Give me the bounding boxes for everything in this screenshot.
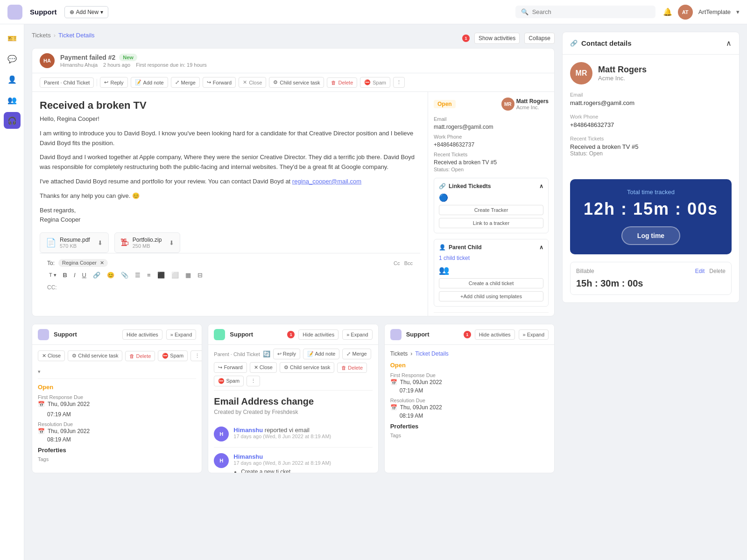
more-button[interactable]: ⋮	[393, 77, 405, 88]
b2-forward-btn[interactable]: ↪ Forward	[214, 362, 247, 373]
close-button[interactable]: ✕ Close	[239, 77, 266, 88]
collapse-linked-icon[interactable]: ∧	[539, 183, 543, 189]
bottom-panel-1: Support Hide activities » Expand ✕ Close…	[32, 324, 202, 473]
remove-contact-icon[interactable]: ✕	[100, 260, 104, 266]
b1-delete-btn[interactable]: 🗑 Delete	[125, 351, 155, 361]
b2-merge-btn[interactable]: ⤢ Merge	[342, 349, 371, 359]
b1-child-btn[interactable]: ⚙ Child service task	[68, 350, 122, 361]
b1-tags-label: Tags	[38, 456, 196, 462]
ol-btn[interactable]: ≡	[145, 271, 153, 280]
b2-more-btn[interactable]: ⋮	[247, 376, 260, 386]
sidebar-item-groups[interactable]: 👥	[4, 91, 21, 108]
reply-button[interactable]: ↩ Reply	[100, 77, 127, 88]
align-right-btn[interactable]: ▦	[183, 271, 193, 280]
right-panel-title: Contact details	[581, 39, 632, 47]
show-activities-button[interactable]: Show activities	[474, 33, 520, 44]
log-time-button[interactable]: Log time	[621, 226, 680, 245]
forward-button[interactable]: ↪ Forward	[203, 77, 236, 88]
italic-btn[interactable]: I	[72, 271, 78, 280]
billable-edit-button[interactable]: Edit	[695, 268, 705, 274]
b1-res-date: 📅 Thu, 09Jun 2022	[38, 428, 196, 434]
breadcrumb-tickets[interactable]: Tickets	[32, 32, 51, 39]
attachment-btn[interactable]: 📎	[119, 271, 130, 280]
bottom-expand-1[interactable]: » Expand	[166, 329, 196, 340]
spam-button[interactable]: ⛔ Spam	[360, 77, 390, 88]
notification-badge: 1	[462, 35, 470, 42]
add-new-button[interactable]: ⊕ Add New ▾	[64, 6, 109, 18]
add-note-button[interactable]: 📝 Add note	[131, 77, 168, 88]
ticket-badge: New	[119, 54, 137, 61]
parent-child-button[interactable]: Parent · Child Ticket	[40, 77, 94, 88]
b2-close-btn[interactable]: ✕ Close	[250, 362, 277, 373]
b1-collapse-row[interactable]: ▾	[38, 365, 196, 379]
add-child-template-button[interactable]: +Add child using templates	[439, 291, 543, 301]
ticket-time: 2 hours ago	[103, 62, 130, 68]
link-btn[interactable]: 🔗	[91, 271, 102, 280]
time-logs-row[interactable]: 🕐 Time Logs ∧	[434, 312, 549, 316]
create-child-ticket-button[interactable]: Create a child ticket	[439, 278, 543, 288]
phone-group: Work Phone +848648632737	[570, 114, 732, 128]
indent-btn[interactable]: ⊟	[196, 271, 204, 280]
b1-close-btn[interactable]: ✕ Close	[38, 350, 65, 361]
user-chevron-icon[interactable]: ▾	[736, 8, 740, 15]
link-tracker-button[interactable]: Link to a tracker	[439, 218, 543, 228]
delete-button[interactable]: 🗑 Delete	[327, 77, 357, 88]
b2-refresh-icon[interactable]: 🔄	[263, 350, 270, 357]
sidebar-item-tickets[interactable]: 🎫	[4, 30, 21, 47]
b2-addnote-btn[interactable]: 📝 Add note	[303, 349, 340, 359]
body-line-5: Thanks for any help you can give. 😊	[40, 191, 420, 201]
bottom-expand-2[interactable]: » Expand	[342, 329, 372, 340]
email-link[interactable]: regina_cooper@mail.com	[292, 178, 361, 185]
download-icon-1[interactable]: ⬇	[98, 239, 103, 246]
b1-spam-btn[interactable]: ⛔ Spam	[158, 350, 188, 361]
reporter-avatar-2: H	[214, 453, 229, 468]
parent-child-header: 👤 Parent Child ∧	[439, 244, 543, 251]
sidebar-item-support[interactable]: 🎧	[4, 112, 21, 129]
create-tracker-button[interactable]: Create Tracker	[439, 205, 543, 215]
text-style-btn[interactable]: T ▾	[47, 271, 58, 279]
b2-delete-btn[interactable]: 🗑 Delete	[337, 363, 367, 373]
b1-res-time: 08:19 AM	[47, 436, 196, 443]
cc-bcc-toggle[interactable]: Cc Bcc	[394, 260, 413, 266]
align-center-btn[interactable]: ⬜	[169, 271, 181, 280]
ul-btn[interactable]: ☰	[133, 271, 142, 280]
collapse-right-icon[interactable]: ∧	[726, 39, 732, 48]
bold-btn[interactable]: B	[61, 271, 69, 280]
b2-spam-btn[interactable]: ⛔ Spam	[214, 376, 244, 386]
sidebar-item-chat[interactable]: 💬	[4, 50, 21, 67]
download-icon-2[interactable]: ⬇	[169, 239, 174, 246]
underline-btn[interactable]: U	[80, 271, 88, 280]
collapse-button[interactable]: Collapse	[524, 33, 555, 44]
breadcrumb-current[interactable]: Ticket Details	[58, 32, 95, 39]
contact-email-mini: matt.rogers@gamil.com	[434, 124, 549, 130]
note-icon: 📝	[135, 79, 141, 85]
billable-delete-button[interactable]: Delete	[709, 268, 726, 274]
notification-bell[interactable]: 🔔	[663, 7, 672, 16]
b2-child-btn[interactable]: ⚙ Child service task	[280, 362, 334, 373]
emoji-btn[interactable]: 😊	[105, 271, 116, 280]
bottom-expand-3[interactable]: » Expand	[519, 329, 549, 340]
contact-header: MR Matt Rogers Acme Inc.	[570, 62, 732, 84]
ticket-actions: Parent · Child Ticket ↩ Reply 📝 Add note…	[32, 73, 554, 92]
b3-first-resp-date: 📅 Thu, 09Jun 2022	[390, 379, 549, 385]
collapse-pc-icon[interactable]: ∧	[539, 244, 543, 251]
search-input[interactable]	[532, 8, 650, 15]
child-ticket-link[interactable]: 1 child ticket	[439, 255, 470, 261]
b3-cal-icon: 📅	[390, 379, 397, 385]
sidebar-item-contacts[interactable]: 👤	[4, 71, 21, 88]
search-bar[interactable]: 🔍	[515, 6, 655, 18]
ticket-content: Hello, Regina Cooper! I am writing to in…	[40, 114, 420, 225]
attachment-1-size: 570 KB	[60, 243, 90, 249]
merge-button[interactable]: ⤢ Merge	[171, 77, 200, 88]
b3-first-time: 07:19 AM	[400, 387, 549, 394]
b2-reply-btn[interactable]: ↩ Reply	[273, 349, 300, 359]
bottom-topbar-1: Support Hide activities » Expand	[32, 324, 202, 345]
bottom-hide-activities-1[interactable]: Hide activities	[122, 329, 162, 340]
child-service-task-button[interactable]: ⚙ Child service task	[269, 77, 324, 88]
bottom-hide-activities-3[interactable]: Hide activities	[475, 329, 515, 340]
b1-more-btn[interactable]: ⋮	[190, 350, 202, 361]
align-left-btn[interactable]: ⬛	[155, 271, 167, 280]
parent-child-section: 👤 Parent Child ∧ 1 child ticket 👥 Create…	[434, 239, 549, 307]
bottom-hide-activities-2[interactable]: Hide activities	[298, 329, 338, 340]
email-label-mini: Email	[434, 116, 549, 122]
